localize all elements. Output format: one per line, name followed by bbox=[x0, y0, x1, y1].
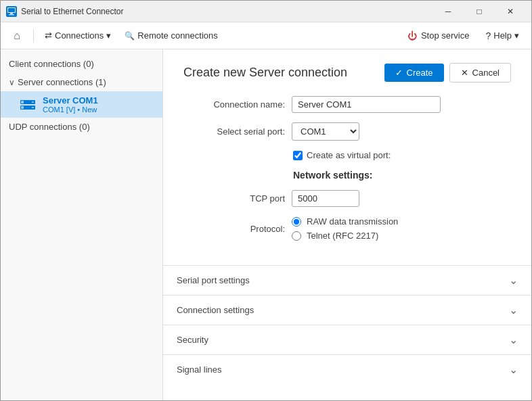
security-title: Security bbox=[177, 335, 208, 345]
connections-chevron-icon: ▾ bbox=[106, 30, 111, 41]
server-item-info: Server COM1 COM1 [V] • New bbox=[43, 95, 98, 114]
menu-bar: ⌂ ⇄ Connections ▾ 🔍 Remote connections ⏻… bbox=[1, 22, 531, 49]
minimize-button[interactable]: ─ bbox=[433, 1, 464, 22]
maximize-button[interactable]: □ bbox=[464, 1, 495, 22]
chevron-down-icon: ∨ bbox=[9, 78, 15, 87]
form-container: Create new Server connection ✓ Create ✕ … bbox=[163, 49, 531, 265]
create-label: Create bbox=[407, 68, 433, 78]
tcp-port-row: TCP port bbox=[183, 190, 511, 207]
raw-label: RAW data transmission bbox=[307, 216, 398, 227]
remote-connections-button[interactable]: 🔍 Remote connections bbox=[119, 28, 223, 43]
help-chevron-icon: ▾ bbox=[514, 30, 519, 41]
serial-port-settings-section[interactable]: Serial port settings ⌄ bbox=[163, 265, 531, 295]
window-title: Serial to Ethernet Connector bbox=[21, 7, 433, 16]
serial-port-row: Select serial port: COM1 COM2 COM3 COM4 bbox=[183, 122, 511, 141]
tcp-port-label: TCP port bbox=[183, 193, 285, 204]
connection-settings-title: Connection settings bbox=[177, 305, 254, 315]
tcp-port-input[interactable] bbox=[292, 190, 359, 207]
check-icon: ✓ bbox=[395, 68, 403, 78]
title-bar: Serial to Ethernet Connector ─ □ ✕ bbox=[1, 1, 531, 22]
home-icon: ⌂ bbox=[14, 30, 20, 42]
serial-port-label: Select serial port: bbox=[183, 126, 285, 137]
signal-lines-title: Signal lines bbox=[177, 364, 222, 375]
signal-lines-section[interactable]: Signal lines ⌄ bbox=[163, 354, 531, 384]
sidebar-section-server-connections[interactable]: ∨ Server connections (1) bbox=[1, 73, 162, 91]
server-icon bbox=[20, 99, 36, 110]
content-area: Create new Server connection ✓ Create ✕ … bbox=[163, 49, 531, 400]
raw-protocol-row: RAW data transmission bbox=[292, 216, 398, 227]
virtual-port-row: Create as virtual port: bbox=[183, 150, 511, 160]
client-connections-label: Client connections (0) bbox=[9, 59, 94, 69]
security-chevron-icon: ⌄ bbox=[509, 333, 518, 346]
stop-icon: ⏻ bbox=[407, 30, 417, 41]
server-connections-label: Server connections (1) bbox=[18, 77, 106, 87]
help-button[interactable]: ? Help ▾ bbox=[479, 28, 526, 44]
virtual-port-label: Create as virtual port: bbox=[307, 150, 391, 160]
signal-lines-chevron-icon: ⌄ bbox=[509, 363, 518, 376]
svg-rect-2 bbox=[10, 13, 13, 14]
connection-name-input[interactable] bbox=[292, 96, 441, 113]
udp-connections-label: UDP connections (0) bbox=[9, 122, 90, 132]
help-icon: ? bbox=[485, 30, 491, 41]
sidebar-item-client-connections[interactable]: Client connections (0) bbox=[1, 55, 162, 73]
connection-name-label: Connection name: bbox=[183, 99, 285, 110]
menu-divider bbox=[33, 29, 34, 43]
svg-rect-3 bbox=[9, 14, 14, 16]
serial-port-chevron-icon: ⌄ bbox=[509, 274, 518, 287]
protocol-radio-group: RAW data transmission Telnet (RFC 2217) bbox=[292, 216, 398, 241]
serial-port-select[interactable]: COM1 COM2 COM3 COM4 bbox=[292, 122, 359, 141]
telnet-radio[interactable] bbox=[292, 231, 301, 241]
app-icon bbox=[6, 6, 17, 17]
form-title: Create new Server connection bbox=[183, 66, 347, 80]
connections-label: Connections bbox=[55, 30, 104, 41]
connections-menu-button[interactable]: ⇄ Connections ▾ bbox=[39, 28, 116, 43]
svg-rect-8 bbox=[21, 106, 24, 109]
form-actions: ✓ Create ✕ Cancel bbox=[384, 63, 512, 82]
sidebar-item-udp-connections[interactable]: UDP connections (0) bbox=[1, 118, 162, 136]
protocol-row: Protocol: RAW data transmission Telnet (… bbox=[183, 216, 511, 241]
cancel-label: Cancel bbox=[472, 68, 500, 78]
remote-connections-label: Remote connections bbox=[137, 30, 218, 41]
stop-service-label: Stop service bbox=[421, 30, 470, 41]
connection-settings-section[interactable]: Connection settings ⌄ bbox=[163, 295, 531, 325]
virtual-port-checkbox[interactable] bbox=[293, 151, 303, 160]
app-window: Serial to Ethernet Connector ─ □ ✕ ⌂ ⇄ C… bbox=[0, 0, 532, 401]
sidebar-item-server-com1[interactable]: Server COM1 COM1 [V] • New bbox=[1, 91, 162, 118]
telnet-protocol-row: Telnet (RFC 2217) bbox=[292, 231, 398, 241]
network-settings-title: Network settings: bbox=[183, 170, 511, 181]
main-layout: Client connections (0) ∨ Server connecti… bbox=[1, 49, 531, 400]
x-icon: ✕ bbox=[461, 68, 468, 78]
stop-service-button[interactable]: ⏻ Stop service bbox=[401, 28, 476, 44]
telnet-label: Telnet (RFC 2217) bbox=[307, 231, 378, 241]
cancel-button[interactable]: ✕ Cancel bbox=[449, 63, 511, 82]
help-label: Help bbox=[493, 30, 512, 41]
svg-rect-1 bbox=[8, 8, 15, 12]
connections-icon: ⇄ bbox=[45, 30, 52, 41]
close-button[interactable]: ✕ bbox=[495, 1, 526, 22]
svg-rect-6 bbox=[32, 101, 34, 103]
window-controls: ─ □ ✕ bbox=[433, 1, 526, 22]
protocol-label: Protocol: bbox=[183, 224, 285, 234]
svg-rect-5 bbox=[21, 101, 24, 103]
server-item-sub: COM1 [V] • New bbox=[43, 105, 98, 114]
remote-icon: 🔍 bbox=[125, 31, 135, 41]
create-button[interactable]: ✓ Create bbox=[384, 64, 444, 82]
serial-port-settings-title: Serial port settings bbox=[177, 275, 250, 285]
sidebar: Client connections (0) ∨ Server connecti… bbox=[1, 49, 163, 400]
network-settings-section: Network settings: TCP port Protocol: RAW… bbox=[183, 170, 511, 241]
server-item-name: Server COM1 bbox=[43, 95, 98, 105]
connection-settings-chevron-icon: ⌄ bbox=[509, 304, 518, 316]
home-button[interactable]: ⌂ bbox=[6, 25, 28, 47]
raw-radio[interactable] bbox=[292, 217, 301, 227]
security-section[interactable]: Security ⌄ bbox=[163, 325, 531, 354]
connection-name-row: Connection name: bbox=[183, 96, 511, 113]
form-header: Create new Server connection ✓ Create ✕ … bbox=[183, 63, 511, 82]
svg-rect-9 bbox=[32, 107, 34, 108]
